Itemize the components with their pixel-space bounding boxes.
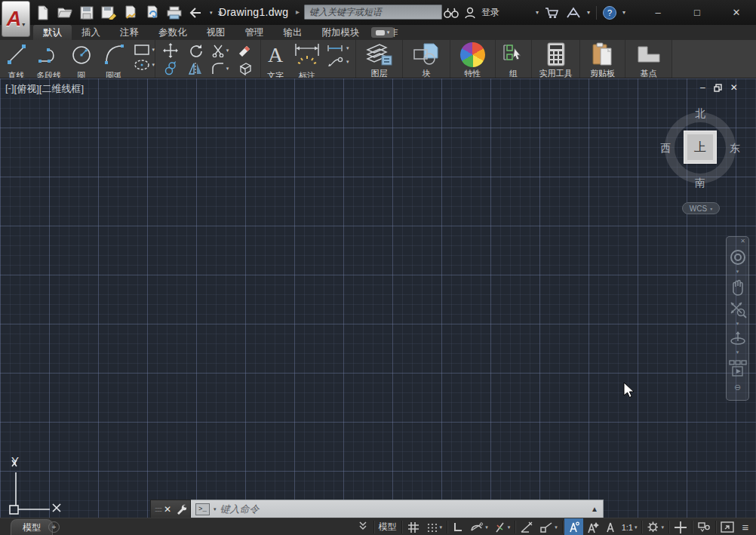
tab-addins[interactable]: 附加模块: [312, 25, 370, 40]
clean-screen-button[interactable]: [718, 518, 737, 535]
zoom-button[interactable]: [729, 300, 747, 318]
rotate-tool[interactable]: [188, 43, 203, 58]
doc-close-button[interactable]: ✕: [730, 83, 738, 92]
navigation-wheel-button[interactable]: [729, 248, 747, 266]
orbit-button[interactable]: [729, 331, 747, 347]
annotation-visibility-button[interactable]: [564, 518, 583, 535]
minimize-button[interactable]: –: [638, 0, 678, 25]
grid-display-button[interactable]: [404, 518, 423, 535]
viewcube-wcs-menu[interactable]: WCS ▾: [682, 202, 720, 214]
ucs-icon[interactable]: Y: [2, 451, 77, 518]
sign-in-caret-icon[interactable]: ▾: [536, 9, 539, 16]
new-drawing-button[interactable]: [35, 5, 51, 21]
fillet-tool[interactable]: ▾: [211, 62, 229, 75]
polar-tracking-button[interactable]: ▾: [466, 518, 491, 535]
ellipse-tool[interactable]: ▾: [134, 59, 155, 71]
polyline-tool[interactable]: 多段线: [32, 40, 65, 78]
command-close-icon[interactable]: ✕: [164, 504, 171, 515]
application-menu-button[interactable]: A ▾: [2, 1, 30, 37]
publish-button[interactable]: [144, 5, 161, 21]
isometric-drafting-button[interactable]: ▾: [491, 518, 514, 535]
sign-in-button[interactable]: 登录: [481, 6, 499, 19]
explode-tool[interactable]: [238, 61, 253, 76]
viewcube-top-face[interactable]: 上: [684, 131, 717, 164]
new-layout-button[interactable]: +: [48, 521, 60, 533]
command-input-area[interactable]: >_ ▾ ▲: [191, 500, 604, 518]
search-input[interactable]: [304, 5, 442, 20]
annotation-scale-button[interactable]: [602, 518, 619, 535]
search-flyout-icon[interactable]: ▸: [296, 8, 300, 16]
panel-group[interactable]: 组: [496, 40, 532, 78]
viewcube-south[interactable]: 南: [690, 177, 711, 190]
object-snap-tracking-button[interactable]: [517, 518, 536, 535]
rectangle-caret-icon[interactable]: ▾: [152, 47, 155, 53]
recent-commands-caret-icon[interactable]: ▾: [214, 506, 217, 512]
zoom-caret-icon[interactable]: ▾: [736, 321, 739, 327]
a360-caret-icon[interactable]: ▾: [587, 9, 590, 16]
ortho-mode-button[interactable]: [449, 518, 466, 535]
navbar-customize-icon[interactable]: ⊖: [734, 383, 741, 392]
panel-block[interactable]: 块: [403, 40, 450, 78]
tab-manage[interactable]: 管理: [235, 25, 274, 40]
ribbon-display-toggle[interactable]: ▾: [371, 27, 394, 38]
tab-annotate[interactable]: 注释: [110, 25, 149, 40]
text-tool[interactable]: A 文字: [261, 40, 290, 78]
line-tool[interactable]: 直线: [0, 40, 32, 78]
auto-annotation-scale-button[interactable]: [583, 518, 602, 535]
viewcube-north[interactable]: 北: [690, 107, 711, 121]
drag-grip-icon[interactable]: ::::::: [155, 508, 159, 511]
drawing-area[interactable]: [-] [俯视] [二维线框] – ✕ 北 南 西 东 上 WCS ▾ ✕: [0, 78, 756, 518]
panel-clipboard[interactable]: 剪贴板: [580, 40, 625, 78]
viewport-view-control[interactable]: [俯视]: [14, 82, 39, 96]
undo-caret-icon[interactable]: ▾: [210, 10, 213, 16]
open-button[interactable]: [57, 5, 73, 21]
undo-button[interactable]: [188, 5, 204, 21]
command-history-toggle-icon[interactable]: ▲: [591, 505, 598, 513]
maximize-button[interactable]: □: [678, 0, 717, 25]
isodraft-caret-icon[interactable]: ▾: [508, 524, 511, 530]
leader-caret-icon[interactable]: ▾: [346, 59, 349, 65]
command-line-grip-area[interactable]: :::::: ✕: [150, 500, 191, 518]
osnap-caret-icon[interactable]: ▾: [555, 524, 558, 530]
object-snap-button[interactable]: ▾: [536, 518, 561, 535]
viewport-minimize-control[interactable]: [-]: [5, 82, 14, 96]
panel-utilities[interactable]: 实用工具: [532, 40, 580, 78]
customize-wrench-icon[interactable]: [176, 503, 186, 515]
viewcube-west[interactable]: 西: [655, 142, 676, 155]
tab-home[interactable]: 默认: [33, 25, 72, 40]
showmotion-button[interactable]: [729, 359, 747, 377]
snap-mode-button[interactable]: ▾: [423, 518, 446, 535]
customization-menu-button[interactable]: ≡: [737, 518, 754, 535]
ellipse-caret-icon[interactable]: ▾: [152, 62, 155, 68]
tab-output[interactable]: 输出: [274, 25, 312, 40]
isolate-objects-button[interactable]: [694, 518, 714, 535]
panel-properties[interactable]: 特性: [450, 40, 496, 78]
panel-basepoint[interactable]: 基点: [625, 40, 672, 78]
snap-caret-icon[interactable]: ▾: [440, 524, 443, 530]
tab-insert[interactable]: 插入: [72, 25, 110, 40]
viewcube-east[interactable]: 东: [724, 142, 745, 155]
workspace-caret-icon[interactable]: ▾: [661, 524, 664, 530]
close-button[interactable]: ✕: [717, 0, 756, 25]
arc-tool[interactable]: 圆弧: [97, 40, 130, 78]
doc-minimize-button[interactable]: –: [700, 83, 705, 92]
trim-caret-icon[interactable]: ▾: [226, 48, 229, 54]
erase-tool[interactable]: [238, 43, 253, 58]
rectangle-tool[interactable]: ▾: [134, 44, 155, 56]
command-input[interactable]: [220, 503, 588, 515]
annotation-monitor-button[interactable]: [671, 518, 690, 535]
layout-overflow-icon[interactable]: [358, 521, 367, 534]
move-tool[interactable]: [163, 43, 178, 58]
panel-layers[interactable]: 图层: [356, 40, 403, 78]
leader-tool[interactable]: ▾: [326, 56, 349, 68]
mirror-tool[interactable]: [188, 62, 203, 75]
wheel-caret-icon[interactable]: ▾: [736, 269, 739, 275]
trim-tool[interactable]: ▾: [211, 44, 229, 57]
command-prompt-icon[interactable]: >_: [195, 503, 210, 515]
workspace-switching-button[interactable]: ▾: [644, 518, 667, 535]
app-store-cart-icon[interactable]: [545, 6, 560, 19]
viewport-visual-style-control[interactable]: [二维线框]: [39, 82, 84, 96]
doc-restore-button[interactable]: [714, 84, 722, 92]
save-as-button[interactable]: [100, 5, 117, 21]
print-button[interactable]: [166, 5, 183, 21]
